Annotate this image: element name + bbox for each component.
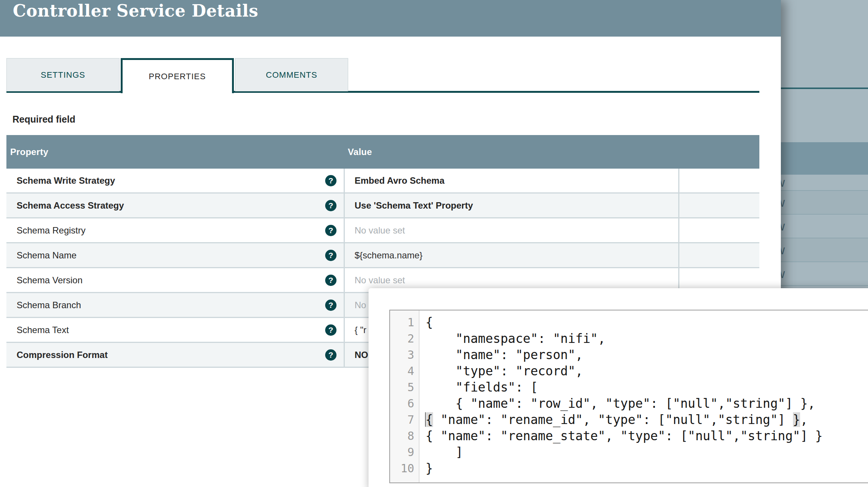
schema-text-editor[interactable]: 12345678910 { "namespace": "nifi", "name… — [389, 310, 868, 483]
tab-label: PROPERTIES — [149, 72, 206, 81]
property-name-cell: Schema Write Strategy? — [6, 169, 344, 192]
code-line: { — [426, 314, 868, 330]
background-table-row: w — [781, 191, 868, 215]
line-number: 1 — [390, 314, 419, 330]
background-table-row: w — [781, 175, 868, 191]
code-line: { "name": "rename_id", "type": ["null","… — [426, 412, 868, 428]
background-table-header — [781, 142, 868, 175]
table-row: Schema Write Strategy?Embed Avro Schema — [6, 169, 759, 194]
truncated-text-fragment: w — [781, 195, 785, 210]
truncated-text-fragment: w — [781, 175, 785, 190]
background-table-row: w — [781, 215, 868, 238]
help-icon[interactable]: ? — [325, 225, 336, 236]
property-name-cell: Schema Branch? — [6, 293, 344, 317]
code-line: "fields": [ — [426, 379, 868, 395]
row-spacer-cell — [678, 218, 759, 242]
code-line: } — [426, 460, 868, 476]
editor-line-number-gutter: 12345678910 — [390, 310, 419, 482]
property-name: Schema Text — [17, 325, 69, 335]
property-name: Schema Version — [17, 275, 83, 286]
value-column-header: Value — [348, 135, 372, 169]
help-icon[interactable]: ? — [325, 300, 336, 311]
background-table-row: w — [781, 238, 868, 262]
help-icon[interactable]: ? — [325, 200, 336, 211]
property-value-cell[interactable]: Use 'Schema Text' Property — [344, 194, 678, 217]
tab-label: SETTINGS — [41, 70, 85, 80]
property-name-cell: Compression Format? — [6, 343, 344, 367]
help-icon[interactable]: ? — [325, 175, 336, 186]
row-spacer-cell — [678, 194, 759, 217]
background-tab-underline — [781, 88, 868, 89]
truncated-text-fragment: w — [781, 243, 785, 257]
property-name-cell: Schema Version? — [6, 268, 344, 292]
row-spacer-cell — [678, 243, 759, 267]
line-number: 10 — [390, 460, 419, 476]
property-name: Schema Write Strategy — [17, 175, 115, 186]
property-name-cell: Schema Text? — [6, 318, 344, 342]
line-number: 3 — [390, 347, 419, 363]
tab-settings[interactable]: SETTINGS — [6, 58, 120, 91]
row-spacer-cell — [678, 169, 759, 192]
property-name: Compression Format — [17, 350, 108, 360]
background-table-rows: wwwww — [781, 175, 868, 286]
line-number: 6 — [390, 395, 419, 412]
help-icon[interactable]: ? — [325, 324, 336, 336]
editor-code-area: { "namespace": "nifi", "name": "person",… — [419, 310, 868, 482]
schema-text-value-popup: 12345678910 { "namespace": "nifi", "name… — [369, 288, 868, 487]
line-number: 2 — [390, 330, 419, 347]
truncated-text-fragment: w — [781, 266, 785, 281]
table-row: Schema Registry?No value set — [6, 218, 759, 243]
code-line: "namespace": "nifi", — [426, 330, 868, 347]
tab-bar: SETTINGSPROPERTIESCOMMENTS — [6, 58, 349, 93]
required-field-note: Required field — [12, 114, 75, 125]
properties-table-header: Property Value — [6, 135, 759, 169]
line-number: 9 — [390, 444, 419, 460]
property-value-cell[interactable]: Embed Avro Schema — [344, 169, 678, 192]
property-name-cell: Schema Access Strategy? — [6, 194, 344, 217]
line-number: 4 — [390, 363, 419, 379]
property-value-cell[interactable]: No value set — [344, 218, 678, 242]
property-name-cell: Schema Registry? — [6, 218, 344, 242]
line-number: 8 — [390, 428, 419, 444]
property-name: Schema Access Strategy — [17, 200, 124, 211]
code-line: "name": "person", — [426, 347, 868, 363]
dialog-header: Controller Service Details — [0, 0, 781, 37]
tab-label: COMMENTS — [266, 70, 317, 80]
dialog-title: Controller Service Details — [0, 0, 781, 20]
bracket-highlight: } — [793, 412, 800, 427]
tab-properties[interactable]: PROPERTIES — [121, 58, 234, 93]
property-name-cell: Schema Name? — [6, 243, 344, 267]
property-name: Schema Branch — [17, 300, 81, 310]
help-icon[interactable]: ? — [325, 349, 336, 361]
property-name: Schema Registry — [17, 225, 86, 236]
background-table-row: w — [781, 262, 868, 286]
line-number: 7 — [390, 412, 419, 428]
tab-comments[interactable]: COMMENTS — [235, 58, 348, 91]
line-number: 5 — [390, 379, 419, 395]
help-icon[interactable]: ? — [325, 275, 336, 286]
bracket-highlight: { — [426, 412, 433, 427]
table-row: Schema Name?${schema.name} — [6, 243, 759, 268]
truncated-text-fragment: w — [781, 219, 785, 234]
code-line: ] — [426, 444, 868, 460]
code-line: { "name": "rename_state", "type": ["null… — [426, 428, 868, 444]
table-row: Schema Access Strategy?Use 'Schema Text'… — [6, 194, 759, 218]
code-line: "type": "record", — [426, 363, 868, 379]
property-value-cell[interactable]: ${schema.name} — [344, 243, 678, 267]
help-icon[interactable]: ? — [325, 250, 336, 261]
property-name: Schema Name — [17, 250, 77, 261]
property-column-header: Property — [10, 135, 48, 169]
code-line: { "name": "row_id", "type": ["null","str… — [426, 395, 868, 412]
